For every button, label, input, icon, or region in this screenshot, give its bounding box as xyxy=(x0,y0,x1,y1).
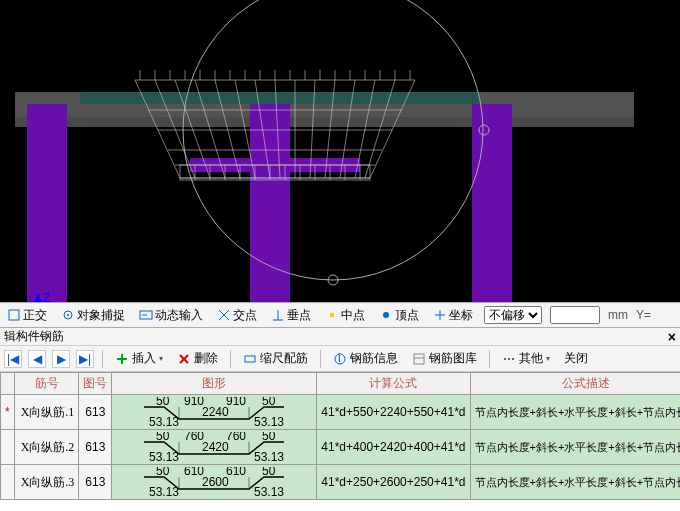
formula-cell[interactable]: 41*d+550+2240+550+41*d xyxy=(317,395,470,430)
row-marker xyxy=(1,430,15,465)
bar-name-cell[interactable]: X向纵筋.2 xyxy=(14,430,79,465)
nav-next-button[interactable]: ▶ xyxy=(52,350,70,368)
intersection-snap[interactable]: 交点 xyxy=(214,306,260,325)
bar-name-cell[interactable]: X向纵筋.3 xyxy=(14,465,79,500)
nav-prev-button[interactable]: ◀ xyxy=(28,350,46,368)
svg-rect-86 xyxy=(245,356,255,362)
rebar-panel-header: 辑构件钢筋 × xyxy=(0,328,680,346)
shape-cell[interactable]: 509109105053.13224053.13 xyxy=(112,395,317,430)
dyninput-toggle[interactable]: 动态输入 xyxy=(136,306,206,325)
col-bar-no[interactable]: 筋号 xyxy=(14,373,79,395)
offset-mode-select[interactable]: 不偏移 xyxy=(484,306,542,324)
coord-snap[interactable]: 坐标 xyxy=(430,306,476,325)
svg-rect-89 xyxy=(414,354,424,364)
svg-text:610: 610 xyxy=(226,467,246,478)
col-desc[interactable]: 公式描述 xyxy=(470,373,680,395)
desc-cell[interactable]: 节点内长度+斜长+水平长度+斜长+节点内长度 xyxy=(470,465,680,500)
svg-text:53.13: 53.13 xyxy=(149,450,179,462)
svg-text:760: 760 xyxy=(226,432,246,443)
desc-cell[interactable]: 节点内长度+斜长+水平长度+斜长+节点内长度 xyxy=(470,395,680,430)
table-row[interactable]: X向纵筋.2613507607605053.13242053.1341*d+40… xyxy=(1,430,681,465)
col-shape[interactable]: 图形 xyxy=(112,373,317,395)
svg-point-91 xyxy=(504,358,506,360)
status-toolbar: 正交 对象捕捉 动态输入 交点 垂点 中点 顶点 坐标 不偏移 mm Y= xyxy=(0,302,680,328)
svg-text:2240: 2240 xyxy=(202,405,229,419)
table-row[interactable]: X向纵筋.3613506106105053.13260053.1341*d+25… xyxy=(1,465,681,500)
svg-text:i: i xyxy=(338,352,341,365)
nav-first-button[interactable]: |◀ xyxy=(4,350,22,368)
svg-point-79 xyxy=(383,312,389,318)
fig-no-cell[interactable]: 613 xyxy=(79,395,112,430)
svg-point-92 xyxy=(508,358,510,360)
svg-point-7 xyxy=(183,0,483,280)
svg-text:53.13: 53.13 xyxy=(254,415,284,427)
svg-point-93 xyxy=(512,358,514,360)
svg-rect-5 xyxy=(472,104,512,302)
panel-title: 辑构件钢筋 xyxy=(4,328,64,345)
rebar-toolbar: |◀ ◀ ▶ ▶| 插入▾ 删除 缩尺配筋 i钢筋信息 钢筋图库 其他▾ 关闭 xyxy=(0,346,680,372)
bar-name-cell[interactable]: X向纵筋.1 xyxy=(14,395,79,430)
svg-marker-60 xyxy=(34,294,42,302)
svg-rect-69 xyxy=(9,310,19,320)
row-marker xyxy=(1,465,15,500)
rebar-info-button[interactable]: i钢筋信息 xyxy=(329,349,402,368)
delete-button[interactable]: 删除 xyxy=(173,349,222,368)
table-row[interactable]: *X向纵筋.1613509109105053.13224053.1341*d+5… xyxy=(1,395,681,430)
svg-text:2420: 2420 xyxy=(202,440,229,454)
mm-label: mm xyxy=(608,308,628,322)
midpoint-snap[interactable]: 中点 xyxy=(322,306,368,325)
vertex-snap[interactable]: 顶点 xyxy=(376,306,422,325)
offset-value-input[interactable] xyxy=(550,306,600,324)
svg-rect-1 xyxy=(15,117,634,127)
svg-text:53.13: 53.13 xyxy=(254,450,284,462)
scale-rebar-button[interactable]: 缩尺配筋 xyxy=(239,349,312,368)
insert-button[interactable]: 插入▾ xyxy=(111,349,167,368)
ortho-toggle[interactable]: 正交 xyxy=(4,306,50,325)
svg-point-71 xyxy=(67,314,69,316)
svg-text:2600: 2600 xyxy=(202,475,229,489)
y-coord-label: Y= xyxy=(636,308,651,322)
desc-cell[interactable]: 节点内长度+斜长+水平长度+斜长+节点内长度 xyxy=(470,430,680,465)
svg-rect-2 xyxy=(80,92,480,104)
svg-text:53.13: 53.13 xyxy=(254,485,284,497)
svg-text:910: 910 xyxy=(226,397,246,408)
svg-text:Z: Z xyxy=(43,292,50,302)
cad-viewport[interactable]: Z X Y xyxy=(0,0,680,302)
fig-no-cell[interactable]: 613 xyxy=(79,430,112,465)
fig-no-cell[interactable]: 613 xyxy=(79,465,112,500)
svg-text:53.13: 53.13 xyxy=(149,485,179,497)
close-button[interactable]: 关闭 xyxy=(560,349,592,368)
col-formula[interactable]: 计算公式 xyxy=(317,373,470,395)
svg-rect-3 xyxy=(27,104,67,302)
shape-cell[interactable]: 507607605053.13242053.13 xyxy=(112,430,317,465)
shape-cell[interactable]: 506106105053.13260053.13 xyxy=(112,465,317,500)
osnap-toggle[interactable]: 对象捕捉 xyxy=(58,306,128,325)
close-icon[interactable]: × xyxy=(668,329,676,345)
formula-cell[interactable]: 41*d+250+2600+250+41*d xyxy=(317,465,470,500)
perpendicular-snap[interactable]: 垂点 xyxy=(268,306,314,325)
rebar-library-button[interactable]: 钢筋图库 xyxy=(408,349,481,368)
col-fig-no[interactable]: 图号 xyxy=(79,373,112,395)
row-marker: * xyxy=(1,395,15,430)
other-dropdown[interactable]: 其他▾ xyxy=(498,349,554,368)
formula-cell[interactable]: 41*d+400+2420+400+41*d xyxy=(317,430,470,465)
svg-rect-4 xyxy=(250,104,290,302)
rebar-table[interactable]: 筋号 图号 图形 计算公式 公式描述 长 *X向纵筋.1613509109105… xyxy=(0,372,680,511)
svg-text:53.13: 53.13 xyxy=(149,415,179,427)
svg-rect-78 xyxy=(330,313,334,317)
nav-last-button[interactable]: ▶| xyxy=(76,350,94,368)
